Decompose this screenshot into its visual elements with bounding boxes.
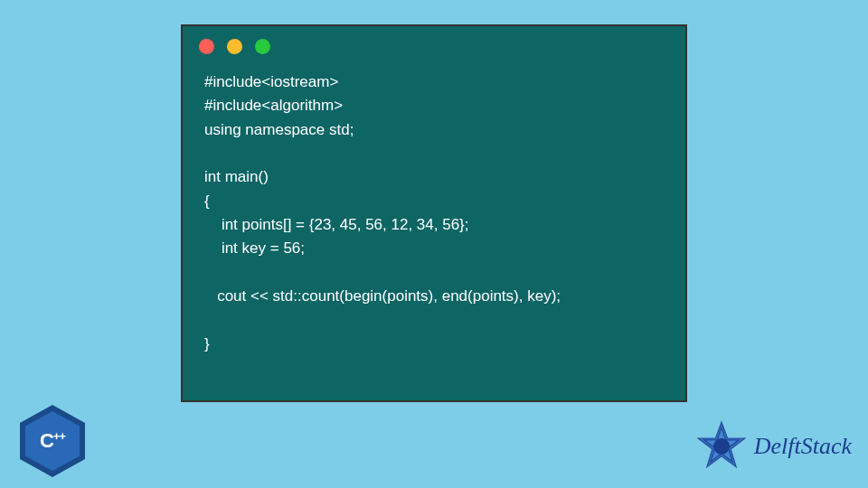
hexagon-icon: C++ [20, 405, 85, 477]
window-controls [183, 26, 685, 61]
code-line: int points[] = {23, 45, 56, 12, 34, 56}; [204, 216, 469, 233]
delftstack-label: DelftStack [754, 433, 852, 460]
delftstack-logo: </> DelftStack [694, 419, 852, 474]
code-line: #include<algorithm> [204, 97, 343, 114]
code-line: int key = 56; [204, 239, 305, 257]
svg-text:</>: </> [714, 443, 728, 452]
cpp-label: C++ [40, 429, 65, 453]
close-icon [199, 39, 214, 54]
maximize-icon [255, 39, 270, 54]
cpp-plus: ++ [53, 429, 65, 443]
cpp-c: C [40, 429, 53, 452]
code-line: } [204, 335, 210, 352]
hexagon-inner-icon: C++ [25, 411, 80, 471]
code-line: cout << std::count(begin(points), end(po… [204, 287, 561, 305]
code-line: using namespace std; [204, 121, 354, 138]
code-line: #include<iostream> [204, 73, 338, 90]
star-icon: </> [694, 419, 749, 474]
code-line: { [204, 192, 210, 210]
minimize-icon [227, 39, 242, 54]
code-line: int main() [204, 168, 269, 185]
code-window: #include<iostream> #include<algorithm> u… [181, 24, 687, 402]
cpp-logo: C++ [20, 405, 85, 477]
code-content: #include<iostream> #include<algorithm> u… [183, 61, 685, 365]
